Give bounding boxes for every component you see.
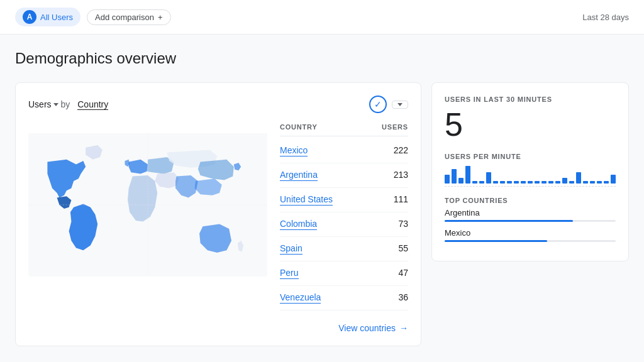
- mini-bar: [445, 175, 450, 184]
- top-bar-left: A All Users Add comparison +: [15, 8, 171, 26]
- country-value: 73: [398, 219, 408, 229]
- table-row[interactable]: Venezuela 36: [280, 286, 408, 310]
- map-card: Users by Country ✓: [15, 82, 421, 346]
- mini-bar: [486, 172, 491, 184]
- top-countries-section: TOP COUNTRIES Argentina Mexico: [445, 197, 616, 242]
- add-comparison-label: Add comparison: [95, 13, 154, 22]
- mini-bar: [583, 181, 588, 184]
- map-body: COUNTRY USERS Mexico 222 Argentina 213 U…: [28, 123, 408, 333]
- table-row[interactable]: Mexico 222: [280, 139, 408, 163]
- arrow-icon: →: [399, 323, 408, 333]
- top-bar: A All Users Add comparison + Last 28 day…: [0, 0, 644, 35]
- by-label: by: [61, 99, 70, 109]
- table-rows-container: Mexico 222 Argentina 213 United States 1…: [280, 139, 408, 310]
- top-countries-container: Argentina Mexico: [445, 208, 616, 242]
- mini-bar: [555, 181, 560, 184]
- mini-bar: [569, 181, 574, 184]
- sidebar-card: USERS IN LAST 30 MINUTES 5 USERS PER MIN…: [431, 82, 629, 261]
- options-dropdown-button[interactable]: [392, 101, 408, 109]
- top-country-bar: [445, 240, 547, 242]
- dimension-label[interactable]: Country: [77, 99, 108, 110]
- date-range: Last 28 days: [582, 13, 629, 22]
- country-name: Spain: [280, 243, 303, 255]
- country-value: 213: [394, 170, 408, 180]
- mini-bar: [597, 181, 602, 184]
- top-country-bar: [445, 220, 573, 222]
- mini-bar: [514, 181, 519, 184]
- add-comparison-button[interactable]: Add comparison +: [87, 9, 171, 25]
- map-title: Users by Country: [28, 99, 108, 110]
- mini-bar: [493, 181, 498, 184]
- mini-bar: [452, 169, 457, 184]
- top-country-item[interactable]: Mexico: [445, 228, 616, 242]
- country-value: 55: [398, 243, 408, 253]
- mini-bar: [611, 175, 616, 184]
- view-countries-label: View countries: [338, 323, 396, 333]
- mini-bar: [541, 181, 547, 184]
- mini-bar: [528, 181, 533, 184]
- country-value: 111: [394, 194, 408, 204]
- country-name: Peru: [280, 268, 299, 279]
- all-users-label: All Users: [40, 13, 73, 22]
- all-users-badge[interactable]: A All Users: [15, 8, 80, 26]
- mini-bar: [548, 181, 553, 184]
- page-title: Demographics overview: [15, 50, 629, 67]
- plus-icon: +: [158, 13, 163, 22]
- mini-bar: [604, 181, 609, 184]
- table-row[interactable]: Colombia 73: [280, 212, 408, 237]
- country-name: Venezuela: [280, 292, 321, 304]
- world-map-container: [28, 123, 267, 287]
- mini-bar: [500, 181, 505, 184]
- table-header: COUNTRY USERS: [280, 123, 408, 136]
- table-row[interactable]: United States 111: [280, 188, 408, 212]
- realtime-count: 5: [445, 107, 616, 143]
- table-row[interactable]: Peru 47: [280, 261, 408, 286]
- country-value: 47: [398, 268, 408, 278]
- map-card-header: Users by Country ✓: [28, 96, 408, 113]
- country-name: United States: [280, 194, 333, 206]
- top-country-bar-container: [445, 220, 616, 222]
- mini-bar: [576, 172, 581, 184]
- world-map-svg: [28, 123, 267, 287]
- mini-bar: [472, 181, 477, 184]
- country-name: Mexico: [280, 145, 308, 156]
- top-countries-label: TOP COUNTRIES: [445, 197, 616, 204]
- metric-selector[interactable]: Users: [28, 99, 58, 109]
- col-country-label: COUNTRY: [280, 123, 318, 131]
- top-country-bar-container: [445, 240, 616, 242]
- map-controls: ✓: [369, 96, 408, 113]
- page-content: Demographics overview Users by Country ✓: [0, 35, 644, 361]
- mini-bar: [458, 178, 464, 184]
- top-country-name: Mexico: [445, 228, 616, 238]
- country-value: 222: [394, 145, 408, 155]
- check-circle-icon[interactable]: ✓: [369, 96, 387, 113]
- top-country-item[interactable]: Argentina: [445, 208, 616, 222]
- view-countries-link[interactable]: View countries →: [280, 323, 408, 333]
- mini-bar: [479, 181, 484, 184]
- country-name: Argentina: [280, 170, 318, 181]
- mini-bar: [507, 181, 512, 184]
- options-chevron-icon: [397, 103, 402, 106]
- table-row[interactable]: Spain 55: [280, 237, 408, 261]
- mini-bar: [465, 166, 470, 184]
- top-country-name: Argentina: [445, 208, 616, 217]
- all-users-avatar: A: [23, 10, 36, 24]
- mini-bar: [590, 181, 595, 184]
- country-value: 36: [398, 292, 408, 302]
- col-users-label: USERS: [382, 123, 408, 131]
- table-row[interactable]: Argentina 213: [280, 163, 408, 188]
- mini-bar: [521, 181, 526, 184]
- country-name: Colombia: [280, 219, 317, 230]
- realtime-label: USERS IN LAST 30 MINUTES: [445, 96, 616, 103]
- metric-chevron-icon: [53, 103, 58, 106]
- mini-bar: [562, 178, 567, 184]
- main-layout: Users by Country ✓: [15, 82, 629, 346]
- country-table: COUNTRY USERS Mexico 222 Argentina 213 U…: [280, 123, 408, 333]
- mini-chart: [445, 164, 616, 187]
- mini-bar: [535, 181, 540, 184]
- per-minute-label: USERS PER MINUTE: [445, 153, 616, 160]
